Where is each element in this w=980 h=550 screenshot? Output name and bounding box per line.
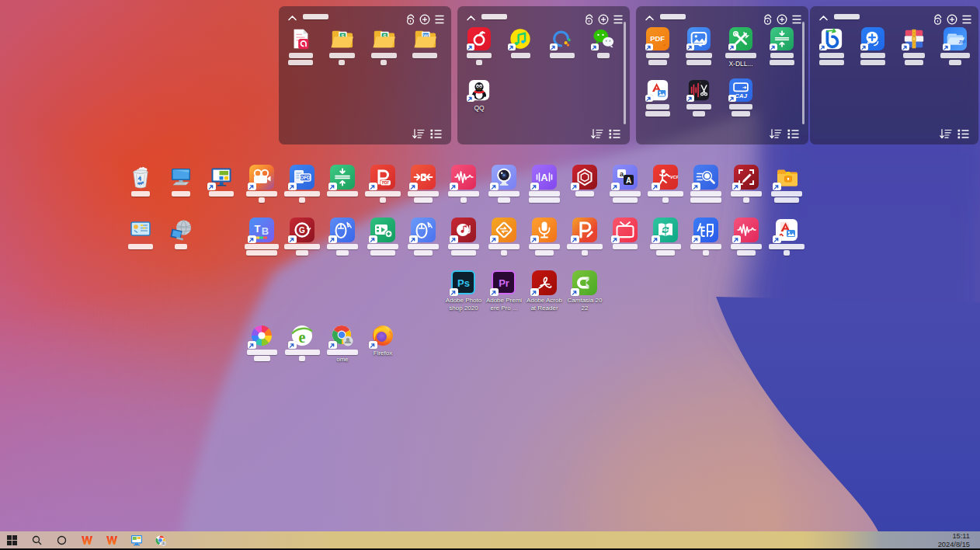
svg-text:G: G <box>299 226 305 235</box>
svg-text:T: T <box>255 223 261 235</box>
svg-text:PDF: PDF <box>650 35 665 43</box>
svg-text:Pr: Pr <box>499 277 509 289</box>
svg-text:A: A <box>540 172 548 183</box>
svg-text:VCF: VCF <box>670 175 678 179</box>
svg-text:e: e <box>299 329 306 346</box>
svg-text:OFD: OFD <box>300 175 311 180</box>
svg-text:CAJ: CAJ <box>735 92 747 99</box>
svg-text:A: A <box>626 176 631 185</box>
svg-text:PDF: PDF <box>382 181 389 185</box>
svg-text:ZIP: ZIP <box>958 40 966 44</box>
svg-text:Ps: Ps <box>457 277 470 289</box>
svg-text:B: B <box>262 225 269 237</box>
